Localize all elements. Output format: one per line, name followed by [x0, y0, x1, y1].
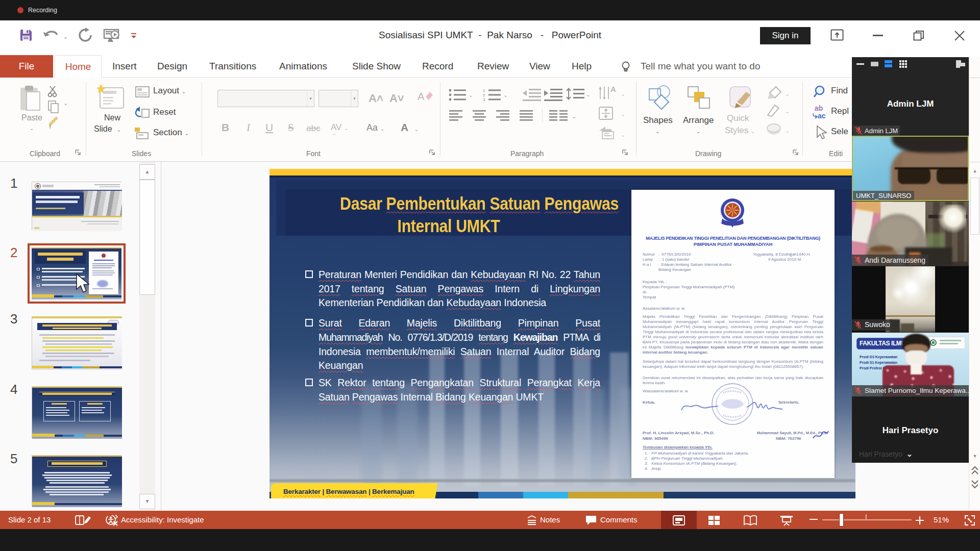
svg-text:A: A: [418, 91, 425, 102]
svg-text:⌄: ⌄: [503, 92, 506, 98]
svg-text:⌄: ⌄: [785, 128, 790, 134]
svg-text:⌄: ⌄: [621, 111, 625, 117]
svg-text:⌄: ⌄: [621, 91, 625, 97]
svg-text:⌄: ⌄: [572, 113, 576, 119]
svg-text:⌄: ⌄: [469, 92, 472, 98]
svg-text:⌄: ⌄: [785, 108, 790, 114]
svg-text:1: 1: [483, 88, 485, 93]
svg-text:ab: ab: [815, 104, 823, 112]
svg-text:2: 2: [483, 93, 485, 97]
svg-text:⌄: ⌄: [621, 132, 625, 138]
svg-text:3: 3: [483, 97, 485, 101]
svg-text:ac: ac: [818, 112, 826, 120]
svg-text:⌄: ⌄: [785, 91, 790, 97]
svg-text:A: A: [610, 85, 616, 93]
svg-text:⌄: ⌄: [586, 91, 589, 97]
